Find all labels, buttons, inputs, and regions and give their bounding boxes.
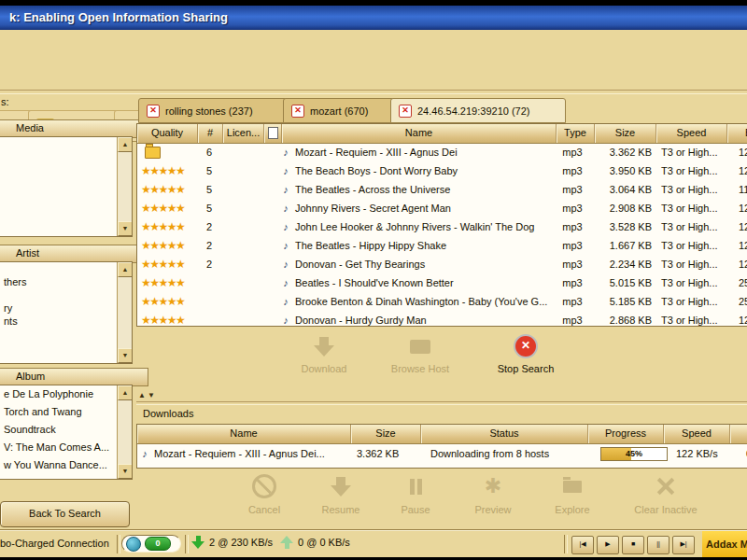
column-header-progress[interactable]: Progress xyxy=(588,425,664,443)
artist-scrollbar[interactable]: ▲ ▼ xyxy=(117,262,132,363)
list-item[interactable] xyxy=(0,262,120,275)
column-header-size[interactable]: Size xyxy=(595,124,656,143)
result-row[interactable]: ★★★★★ 5 Johnny Rivers - Secret Agent Man… xyxy=(137,199,747,217)
list-item[interactable]: V: The Man Comes A... xyxy=(0,439,120,456)
bitrate-cell: 128 xyxy=(731,236,747,255)
stop-button[interactable]: ■ xyxy=(622,536,644,554)
download-bandwidth-stat: 2 @ 230 KB/s xyxy=(191,536,273,549)
splitter-handle[interactable]: ▲▼ xyxy=(138,391,157,399)
pause-playback-button[interactable]: || xyxy=(647,536,669,554)
license-cell xyxy=(221,217,261,236)
previous-track-button[interactable]: |◀ xyxy=(571,536,594,554)
column-header-size[interactable]: Size xyxy=(351,425,421,443)
result-row[interactable]: ★★★★★ Donovan - Hurdy Gurdy Man mp3 2.86… xyxy=(137,311,747,326)
panel-header-album[interactable]: Album xyxy=(0,368,148,386)
explore-label: Explore xyxy=(530,504,614,515)
search-results-table: Quality # Licen... Name Type Size Speed … xyxy=(136,123,747,327)
media-listbox[interactable]: ▲ ▼ xyxy=(0,136,133,237)
type-cell: mp3 xyxy=(554,311,591,326)
hit-count-cell xyxy=(197,292,221,311)
hit-count-cell xyxy=(197,273,221,292)
type-cell: mp3 xyxy=(554,273,591,292)
title-bar[interactable]: k: Enabling Open Information Sharing xyxy=(0,6,747,30)
column-header-speed[interactable]: Speed xyxy=(664,425,730,443)
quality-cell: ★★★★★ xyxy=(137,161,197,180)
media-scrollbar[interactable]: ▲ ▼ xyxy=(117,137,132,236)
list-item[interactable]: Torch and Twang xyxy=(0,403,120,421)
progress-bar: 45% xyxy=(600,447,668,461)
list-item[interactable]: w You Wanna Dance... xyxy=(0,456,120,474)
bitrate-cell: 128 xyxy=(731,255,747,273)
column-header-chat[interactable] xyxy=(264,124,282,143)
scroll-up-icon[interactable]: ▲ xyxy=(118,137,133,152)
album-scrollbar[interactable]: ▲ ▼ xyxy=(117,385,132,479)
close-tab-icon[interactable] xyxy=(399,105,412,118)
result-row[interactable]: ★★★★★ Brooke Benton & Dinah Washington -… xyxy=(137,292,747,311)
list-item[interactable]: Soundtrack xyxy=(0,421,120,439)
list-item[interactable]: thers xyxy=(0,275,120,288)
panel-header-artist[interactable]: Artist xyxy=(0,245,148,263)
column-header-name[interactable]: Name xyxy=(282,124,557,143)
result-row[interactable]: ★★★★★ 5 The Beach Boys - Dont Worry Baby… xyxy=(137,161,747,180)
resume-button[interactable]: Resume xyxy=(299,471,383,515)
explore-button[interactable]: Explore xyxy=(530,471,614,515)
column-header-quality[interactable]: Quality xyxy=(137,124,198,143)
scroll-down-icon[interactable]: ▼ xyxy=(118,221,133,236)
scroll-up-icon[interactable]: ▲ xyxy=(118,385,133,400)
panel-header-media[interactable]: Media xyxy=(0,119,148,138)
column-header-speed[interactable]: Speed xyxy=(656,124,727,143)
result-name: Donovan - Get Thy Bearings xyxy=(295,255,425,273)
list-item[interactable]: nts xyxy=(0,315,120,328)
download-arrow-icon xyxy=(319,337,329,345)
result-row[interactable]: 6 Mozart - Requiem - XIII - Agnus Dei mp… xyxy=(137,143,747,161)
clear-inactive-button[interactable]: Clear Inactive xyxy=(619,471,712,515)
upload-bandwidth-stat: 0 @ 0 KB/s xyxy=(280,536,350,549)
speed-cell: T3 or High... xyxy=(656,311,731,326)
column-header-time[interactable] xyxy=(730,425,747,443)
result-row[interactable]: ★★★★★ 2 The Beatles - Hippy Hippy Shake … xyxy=(137,236,747,255)
hit-count-cell: 6 xyxy=(197,143,221,161)
result-row[interactable]: ★★★★★ 5 The Beatles - Across the Univers… xyxy=(137,180,747,199)
column-header-license[interactable]: Licen... xyxy=(223,124,264,143)
close-tab-icon[interactable] xyxy=(147,105,160,118)
stop-search-button[interactable]: Stop Search xyxy=(479,332,572,374)
preview-button[interactable]: Preview xyxy=(451,471,535,515)
result-row[interactable]: ★★★★★ Beatles - I Should've Known Better… xyxy=(137,273,747,292)
next-track-button[interactable]: ▶| xyxy=(672,536,695,554)
quality-cell: ★★★★★ xyxy=(137,236,197,255)
close-tab-icon[interactable] xyxy=(291,105,304,118)
column-header-status[interactable]: Status xyxy=(421,425,588,443)
search-tab-mozart[interactable]: mozart (670) xyxy=(283,98,404,123)
chat-cell xyxy=(261,143,278,161)
quality-cell: ★★★★★ xyxy=(137,199,197,217)
pause-button[interactable]: Pause xyxy=(374,471,458,515)
hit-count-cell: 2 xyxy=(197,217,221,236)
column-header-name[interactable]: Name xyxy=(137,425,351,443)
download-button[interactable]: Download xyxy=(277,332,371,374)
list-item[interactable]: ry xyxy=(0,301,120,315)
cancel-button[interactable]: Cancel xyxy=(222,471,306,515)
search-tab-ip-browse[interactable]: 24.46.54.219:39210 (72) xyxy=(390,98,566,123)
size-cell: 3.362 KB xyxy=(591,143,656,161)
chat-cell xyxy=(261,161,278,180)
back-to-search-button[interactable]: Back To Search xyxy=(0,501,130,527)
size-cell: 2.868 KB xyxy=(591,311,656,326)
column-header-count[interactable]: # xyxy=(198,124,223,143)
list-item[interactable] xyxy=(0,288,120,301)
scroll-down-icon[interactable]: ▼ xyxy=(118,464,133,479)
browse-host-button[interactable]: Browse Host xyxy=(374,332,467,374)
scroll-up-icon[interactable]: ▲ xyxy=(118,262,133,277)
list-item[interactable]: e De La Polyphonie xyxy=(0,385,120,403)
scroll-down-icon[interactable]: ▼ xyxy=(118,348,133,363)
play-button[interactable]: ▶ xyxy=(597,536,619,554)
download-row[interactable]: Mozart - Requiem - XIII - Agnus Dei... 3… xyxy=(137,444,747,463)
artist-listbox[interactable]: thers ry nts ▲ ▼ xyxy=(0,261,133,364)
result-row[interactable]: ★★★★★ 2 Donovan - Get Thy Bearings mp3 2… xyxy=(137,255,747,273)
result-row[interactable]: ★★★★★ 2 John Lee Hooker & Johnny Rivers … xyxy=(137,217,747,236)
column-header-type[interactable]: Type xyxy=(557,124,595,143)
album-listbox[interactable]: e De La Polyphonie Torch and Twang Sound… xyxy=(0,385,133,480)
column-header-bitrate[interactable]: Bit... xyxy=(727,124,747,143)
search-tab-rolling-stones[interactable]: rolling stones (237) xyxy=(138,98,297,123)
upload-stat-text: 0 @ 0 KB/s xyxy=(298,537,350,548)
star-rating-icon: ★★★★★ xyxy=(137,295,184,308)
